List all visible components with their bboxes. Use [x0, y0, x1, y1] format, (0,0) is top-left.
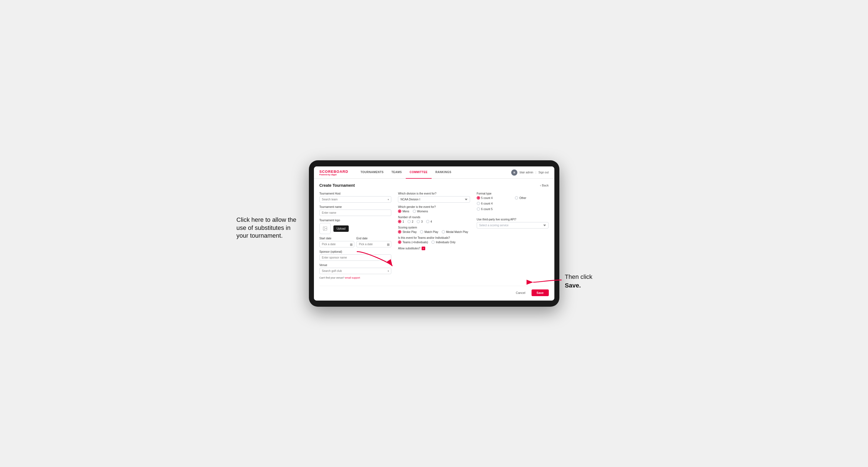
- nav-item-rankings[interactable]: RANKINGS: [432, 166, 455, 179]
- tournament-logo-label: Tournament logo: [319, 219, 392, 222]
- calendar-icon: ▦: [350, 242, 352, 246]
- format-5count4[interactable]: 5 count 4: [477, 196, 510, 199]
- format-other[interactable]: Other: [515, 196, 549, 199]
- format-6count5-radio[interactable]: [477, 207, 480, 211]
- rounds-radio-group: 1 2 3: [398, 220, 470, 223]
- form-middle-column: Which division is the event for? NCAA Di…: [398, 192, 470, 279]
- division-select[interactable]: NCAA Division I: [398, 196, 470, 203]
- nav-item-tournaments[interactable]: TOURNAMENTS: [356, 166, 388, 179]
- nav-item-committee[interactable]: COMMITTEE: [406, 166, 432, 179]
- rounds-4[interactable]: 4: [426, 220, 432, 223]
- rounds-3-radio[interactable]: [416, 220, 420, 223]
- event-individuals-radio[interactable]: [431, 241, 435, 244]
- scoring-medal-radio[interactable]: [442, 230, 445, 234]
- event-teams[interactable]: Teams (+Individuals): [398, 241, 428, 244]
- format-other-radio[interactable]: [515, 196, 518, 199]
- gender-mens[interactable]: Mens: [398, 210, 409, 213]
- gender-group: Which gender is the event for? Mens Wome…: [398, 206, 470, 213]
- rounds-2-radio[interactable]: [407, 220, 411, 223]
- format-spacer: [515, 201, 549, 206]
- scoring-match-play[interactable]: Match Play: [420, 230, 438, 234]
- event-teams-radio[interactable]: [398, 241, 401, 244]
- format-6count4[interactable]: 6 count 4: [477, 201, 510, 206]
- nav-bar: SCOREBOARD Powered by clippd TOURNAMENTS…: [314, 166, 554, 179]
- gender-womens-label: Womens: [417, 210, 428, 213]
- logo: SCOREBOARD Powered by clippd: [319, 169, 348, 176]
- format-6count5[interactable]: 6 count 5: [477, 207, 510, 211]
- tournament-host-input[interactable]: [319, 196, 392, 203]
- scoring-system-group: Scoring system Stroke Play Match Play: [398, 226, 470, 234]
- scoring-system-label: Scoring system: [398, 226, 470, 229]
- avatar: B: [511, 169, 517, 176]
- nav-items: TOURNAMENTS TEAMS COMMITTEE RANKINGS: [356, 166, 511, 179]
- division-label: Which division is the event for?: [398, 192, 470, 195]
- gender-womens[interactable]: Womens: [413, 210, 428, 213]
- format-6count4-label: 6 count 4: [481, 202, 493, 205]
- logo-powered: Powered by clippd: [319, 174, 348, 176]
- scoring-match-label: Match Play: [425, 230, 438, 234]
- logo-upload-area: Upload: [319, 223, 392, 234]
- substitutes-label: Allow substitutes?: [398, 247, 420, 250]
- substitutes-group: Allow substitutes? ✓: [398, 247, 470, 250]
- upload-button[interactable]: Upload: [333, 225, 349, 232]
- nav-item-teams[interactable]: TEAMS: [388, 166, 406, 179]
- user-name: blair admin: [520, 171, 533, 174]
- format-type-radio-grid: 5 count 4 Other 6 count 4: [477, 196, 549, 211]
- scoring-stroke-label: Stroke Play: [402, 230, 416, 234]
- event-individuals[interactable]: Individuals Only: [431, 241, 456, 244]
- division-group: Which division is the event for? NCAA Di…: [398, 192, 470, 203]
- nav-right: B blair admin | Sign out: [511, 169, 549, 176]
- tournament-host-group: Tournament Host ▾: [319, 192, 392, 203]
- venue-input[interactable]: [319, 268, 392, 274]
- rounds-3[interactable]: 3: [416, 220, 423, 223]
- chevron-down-icon: ▾: [388, 198, 389, 201]
- save-button[interactable]: Save: [531, 289, 549, 296]
- scoring-api-select[interactable]: Select a scoring service: [477, 222, 549, 228]
- event-individuals-label: Individuals Only: [436, 241, 456, 244]
- start-date-label: Start date: [319, 237, 354, 240]
- tournament-name-group: Tournament name: [319, 206, 392, 216]
- rounds-4-radio[interactable]: [426, 220, 429, 223]
- scoring-api-group: Use third-party live scoring API? Select…: [477, 218, 549, 228]
- rounds-2[interactable]: 2: [407, 220, 413, 223]
- calendar-icon-end: ▦: [387, 242, 390, 246]
- rounds-3-label: 3: [421, 220, 423, 223]
- logo-placeholder: [319, 223, 331, 234]
- substitutes-checkbox[interactable]: ✓: [422, 247, 425, 250]
- start-date-input[interactable]: [319, 241, 354, 247]
- annotation-right: Then click Save.: [565, 273, 621, 290]
- gender-mens-radio[interactable]: [398, 210, 401, 213]
- format-6count5-label: 6 count 5: [481, 208, 493, 211]
- end-date-label: End date: [356, 237, 391, 240]
- end-date-input[interactable]: [356, 241, 391, 247]
- format-5count4-label: 5 count 4: [481, 196, 493, 199]
- svg-point-3: [324, 227, 324, 228]
- scoring-match-radio[interactable]: [420, 230, 423, 234]
- email-support-link[interactable]: email support: [345, 276, 360, 279]
- back-label: Back: [542, 184, 549, 187]
- back-chevron-icon: ‹: [540, 184, 541, 187]
- scoring-stroke-play[interactable]: Stroke Play: [398, 230, 416, 234]
- annotation-left: Click here to allow the use of substitut…: [237, 216, 303, 240]
- scoring-medal-match[interactable]: Medal Match Play: [442, 230, 468, 234]
- nav-divider: |: [535, 171, 536, 174]
- page-title: Create Tournament: [319, 183, 355, 188]
- scoring-api-label: Use third-party live scoring API?: [477, 218, 549, 221]
- format-5count4-radio[interactable]: [477, 196, 480, 199]
- rounds-1[interactable]: 1: [398, 220, 404, 223]
- tablet-screen: SCOREBOARD Powered by clippd TOURNAMENTS…: [314, 166, 554, 301]
- cancel-button[interactable]: Cancel: [513, 289, 529, 296]
- start-date-wrapper: ▦: [319, 241, 354, 247]
- format-6count4-radio[interactable]: [477, 202, 480, 205]
- sign-out-link[interactable]: Sign out: [538, 171, 549, 174]
- end-date-wrapper: ▦: [356, 241, 391, 247]
- gender-womens-radio[interactable]: [413, 210, 416, 213]
- tournament-name-input[interactable]: [319, 210, 392, 216]
- rounds-group: Number of rounds 1 2: [398, 216, 470, 223]
- format-other-label: Other: [519, 196, 526, 199]
- back-link[interactable]: ‹ Back: [540, 184, 549, 187]
- scoring-stroke-radio[interactable]: [398, 230, 401, 234]
- event-for-label: Is this event for Teams and/or Individua…: [398, 236, 470, 239]
- format-type-label: Format type: [477, 192, 549, 195]
- rounds-1-radio[interactable]: [398, 220, 401, 223]
